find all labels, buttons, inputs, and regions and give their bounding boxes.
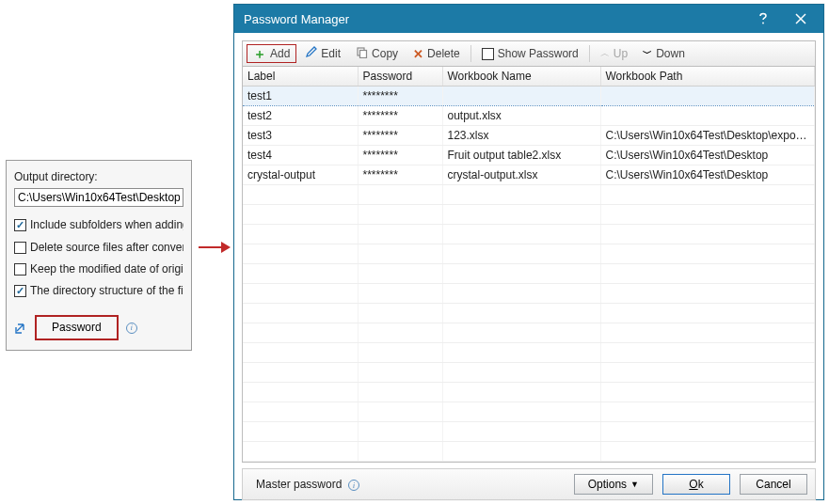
cell-path (600, 87, 815, 106)
cell-path (600, 106, 815, 126)
x-icon: ✕ (413, 47, 423, 61)
delete-button[interactable]: ✕ Delete (407, 44, 467, 64)
table-row[interactable] (243, 402, 815, 422)
edit-label: Edit (321, 47, 341, 60)
cell-path: C:\Users\Win10x64Test\Desktop\export... (600, 126, 815, 146)
cell-label: test2 (243, 106, 358, 126)
table-row[interactable] (243, 185, 815, 205)
cell-name (442, 87, 600, 106)
plus-icon: ＋ (253, 47, 266, 60)
cell-name: output.xlsx (442, 106, 600, 126)
toolbar: ＋ Add Edit Copy ✕ Delete (242, 40, 816, 67)
table-row[interactable]: test4********Fruit output table2.xlsxC:\… (243, 146, 815, 165)
table-row[interactable] (243, 284, 815, 304)
checkbox[interactable] (14, 242, 26, 254)
table-row[interactable] (243, 442, 815, 462)
delete-label: Delete (427, 47, 460, 60)
copy-label: Copy (372, 47, 398, 60)
cell-label: test4 (243, 146, 358, 165)
cell-label: test1 (243, 87, 358, 106)
option-row[interactable]: Keep the modified date of origin (14, 260, 183, 278)
table-row[interactable] (243, 363, 815, 383)
close-button[interactable] (782, 5, 820, 33)
show-password-toggle[interactable]: Show Password (475, 44, 585, 63)
table-row[interactable] (243, 422, 815, 442)
pencil-icon (305, 46, 317, 61)
info-icon: i (126, 323, 137, 334)
table-row[interactable] (243, 304, 815, 323)
output-settings-panel: Output directory: Include subfolders whe… (6, 160, 192, 351)
master-password-label: Master password (256, 478, 342, 491)
cell-path: C:\Users\Win10x64Test\Desktop (600, 165, 815, 185)
col-workbook-path[interactable]: Workbook Path (600, 67, 815, 87)
external-link-icon (14, 322, 27, 335)
password-table[interactable]: Label Password Workbook Name Workbook Pa… (242, 67, 816, 463)
copy-icon (356, 46, 368, 61)
option-label: Delete source files after conversi (30, 239, 183, 257)
ok-button[interactable]: Ok (662, 474, 730, 495)
cell-name: crystal-output.xlsx (442, 165, 600, 185)
options-button[interactable]: Options ▼ (574, 474, 653, 495)
table-row[interactable] (243, 244, 815, 264)
col-password[interactable]: Password (358, 67, 442, 87)
cell-label: test3 (243, 126, 358, 146)
cell-label: crystal-output (243, 165, 358, 185)
col-label[interactable]: Label (243, 67, 358, 87)
option-row[interactable]: The directory structure of the file (14, 282, 183, 300)
dialog-title: Password Manager (244, 12, 349, 26)
col-workbook-name[interactable]: Workbook Name (442, 67, 600, 87)
checkbox[interactable] (14, 263, 26, 276)
output-dir-input[interactable] (14, 188, 183, 207)
title-bar: Password Manager (234, 5, 823, 33)
table-row[interactable] (243, 343, 815, 363)
table-row[interactable] (243, 205, 815, 225)
option-row[interactable]: Include subfolders when adding (14, 216, 183, 234)
svg-marker-1 (221, 242, 231, 253)
dialog-footer: Master password i Options ▼ Ok Cancel (242, 468, 816, 500)
caret-down-icon: ﹀ (643, 47, 652, 60)
down-button[interactable]: ﹀ Down (636, 44, 692, 63)
cell-name: Fruit output table2.xlsx (442, 146, 600, 165)
show-password-checkbox[interactable] (482, 48, 494, 60)
options-label: Options (588, 478, 627, 491)
down-label: Down (656, 47, 685, 60)
master-password-button[interactable]: Master password i (250, 476, 365, 494)
show-password-label: Show Password (498, 47, 579, 60)
callout-arrow-icon (199, 241, 231, 254)
chevron-down-icon: ▼ (630, 480, 639, 489)
cell-password: ******** (358, 126, 442, 146)
table-row[interactable] (243, 264, 815, 284)
option-label: Keep the modified date of origin (30, 260, 183, 278)
option-label: The directory structure of the file (30, 282, 183, 300)
checkbox[interactable] (14, 219, 26, 231)
help-button[interactable] (744, 5, 782, 33)
info-icon: i (348, 480, 359, 491)
checkbox[interactable] (14, 285, 26, 297)
table-row[interactable]: test3********123.xlsxC:\Users\Win10x64Te… (243, 126, 815, 146)
copy-button[interactable]: Copy (349, 43, 405, 64)
table-row[interactable] (243, 323, 815, 343)
add-button[interactable]: ＋ Add (247, 44, 296, 63)
cell-password: ******** (358, 165, 442, 185)
edit-button[interactable]: Edit (298, 43, 347, 64)
cell-path: C:\Users\Win10x64Test\Desktop (600, 146, 815, 165)
password-button[interactable]: Password (35, 315, 119, 340)
table-row[interactable]: test1******** (243, 87, 815, 106)
svg-rect-6 (360, 51, 367, 58)
svg-point-2 (762, 23, 764, 24)
option-row[interactable]: Delete source files after conversi (14, 239, 183, 257)
table-row[interactable] (243, 383, 815, 402)
cell-password: ******** (358, 146, 442, 165)
caret-up-icon: ︿ (600, 47, 610, 60)
table-row[interactable] (243, 225, 815, 244)
cancel-button[interactable]: Cancel (740, 474, 807, 495)
add-label: Add (270, 47, 290, 60)
table-row[interactable]: test2********output.xlsx (243, 106, 815, 126)
table-row[interactable]: crystal-output********crystal-output.xls… (243, 165, 815, 185)
up-button[interactable]: ︿ Up (594, 44, 634, 63)
password-manager-dialog: Password Manager ＋ Add Edit (233, 4, 824, 500)
cell-password: ******** (358, 106, 442, 126)
output-dir-label: Output directory: (14, 168, 183, 186)
up-label: Up (614, 47, 628, 60)
cell-password: ******** (358, 87, 442, 106)
